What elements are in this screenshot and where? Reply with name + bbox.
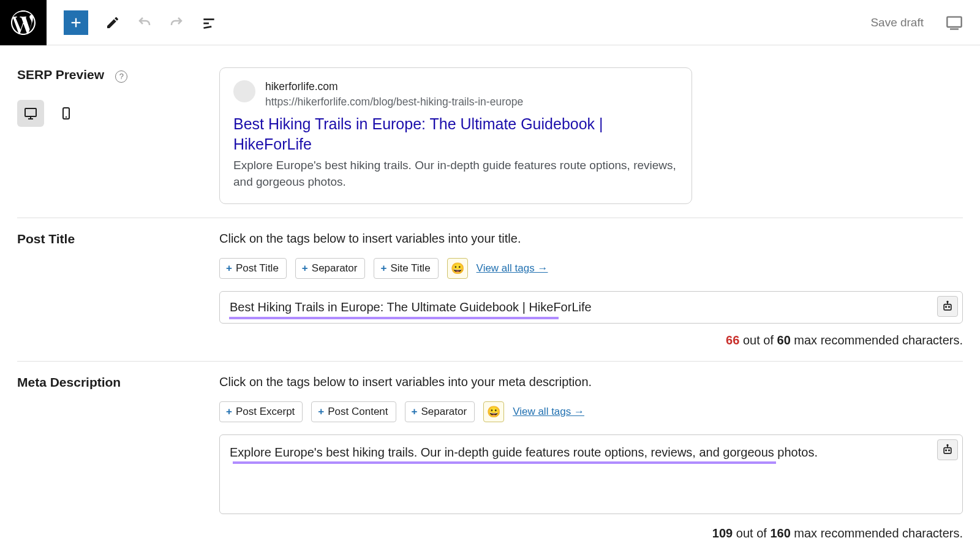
serp-header: hikerforlife.com https://hikerforlife.co… <box>233 79 678 109</box>
post-title-content-col: Click on the tags below to insert variab… <box>219 232 963 347</box>
counter-mid: out of <box>739 333 777 347</box>
ai-assist-button[interactable] <box>937 439 958 460</box>
wordpress-logo[interactable] <box>0 0 47 45</box>
svg-point-18 <box>946 450 947 451</box>
monitor-icon <box>23 106 38 121</box>
help-icon[interactable]: ? <box>115 70 127 83</box>
ai-assist-button[interactable] <box>937 296 958 317</box>
serp-content-col: hikerforlife.com https://hikerforlife.co… <box>219 67 963 204</box>
svg-point-14 <box>949 306 950 308</box>
redo-button[interactable] <box>169 15 184 30</box>
meta-desc-field-wrap <box>219 434 963 517</box>
robot-icon <box>941 444 954 456</box>
plus-icon: + <box>226 406 232 418</box>
tag-label: Separator <box>312 262 358 275</box>
emoji-button[interactable]: 😀 <box>483 401 504 422</box>
counter-mid: out of <box>733 526 770 540</box>
serp-title: Best Hiking Trails in Europe: The Ultima… <box>233 114 678 154</box>
serp-favicon <box>233 80 255 102</box>
preview-button[interactable] <box>946 15 963 30</box>
meta-desc-tags: +Post Excerpt +Post Content +Separator 😀… <box>219 401 963 422</box>
main-content: SERP Preview ? hikerforlife.com https://… <box>0 45 980 546</box>
serp-label-col: SERP Preview ? <box>17 67 219 204</box>
mobile-preview-button[interactable] <box>53 100 80 127</box>
mobile-icon <box>59 106 74 121</box>
svg-rect-5 <box>947 17 961 26</box>
tag-post-excerpt[interactable]: +Post Excerpt <box>219 401 303 422</box>
meta-desc-instruction: Click on the tags below to insert variab… <box>219 375 963 389</box>
undo-icon <box>137 15 152 30</box>
device-toggle <box>17 100 219 127</box>
serp-preview-card: hikerforlife.com https://hikerforlife.co… <box>219 67 692 204</box>
tag-separator[interactable]: +Separator <box>295 258 366 279</box>
edit-tool-button[interactable] <box>105 15 120 30</box>
desktop-icon <box>946 15 963 30</box>
tag-label: Post Title <box>236 262 279 275</box>
svg-point-16 <box>947 301 948 303</box>
redo-icon <box>169 15 184 30</box>
tag-label: Site Title <box>390 262 430 275</box>
post-title-section-label: Post Title <box>17 232 75 246</box>
highlight-underline <box>229 317 559 319</box>
tag-site-title[interactable]: +Site Title <box>374 258 438 279</box>
wordpress-logo-icon <box>11 10 36 35</box>
desktop-preview-button[interactable] <box>17 100 44 127</box>
tag-separator-desc[interactable]: +Separator <box>405 401 475 422</box>
meta-desc-label-col: Meta Description <box>17 375 219 540</box>
counter-suffix: max recommended characters. <box>791 526 963 540</box>
tag-post-title[interactable]: +Post Title <box>219 258 287 279</box>
svg-line-4 <box>203 26 211 28</box>
view-all-tags-link[interactable]: View all tags → <box>513 406 584 418</box>
tag-label: Post Excerpt <box>236 406 295 418</box>
tag-post-content[interactable]: +Post Content <box>311 401 396 422</box>
serp-domain: hikerforlife.com <box>265 79 523 94</box>
plus-icon: + <box>412 406 418 418</box>
meta-desc-content-col: Click on the tags below to insert variab… <box>219 375 963 540</box>
svg-rect-7 <box>25 108 36 116</box>
emoji-button[interactable]: 😀 <box>447 258 468 279</box>
toolbar-left <box>47 10 234 35</box>
meta-desc-counter: 109 out of 160 max recommended character… <box>219 526 963 540</box>
tag-label: Post Content <box>328 406 388 418</box>
post-title-instruction: Click on the tags below to insert variab… <box>219 232 963 246</box>
add-block-button[interactable] <box>64 10 88 35</box>
tag-label: Separator <box>421 406 467 418</box>
post-title-tags: +Post Title +Separator +Site Title 😀 Vie… <box>219 258 963 279</box>
post-title-section: Post Title Click on the tags below to in… <box>17 218 963 362</box>
count-max: 160 <box>770 526 790 540</box>
svg-point-13 <box>946 306 947 308</box>
plus-icon: + <box>318 406 324 418</box>
robot-icon <box>941 300 954 313</box>
meta-description-section: Meta Description Click on the tags below… <box>17 362 963 546</box>
post-title-label-col: Post Title <box>17 232 219 347</box>
meta-desc-section-label: Meta Description <box>17 375 121 389</box>
serp-description: Explore Europe's best hiking trails. Our… <box>233 157 678 190</box>
svg-point-19 <box>949 450 950 451</box>
count-current: 109 <box>712 526 733 540</box>
count-max: 60 <box>777 333 791 347</box>
pencil-icon <box>105 15 120 30</box>
outline-button[interactable] <box>201 15 217 31</box>
undo-button[interactable] <box>137 15 152 30</box>
count-current: 66 <box>726 333 739 347</box>
plus-icon: + <box>380 262 386 275</box>
counter-suffix: max recommended characters. <box>791 333 963 347</box>
plus-icon: + <box>226 262 232 275</box>
save-draft-button[interactable]: Save draft <box>870 16 924 29</box>
serp-url: https://hikerforlife.com/blog/best-hikin… <box>265 94 523 110</box>
view-all-tags-link[interactable]: View all tags → <box>477 262 548 275</box>
list-icon <box>201 15 217 31</box>
toolbar-right: Save draft <box>870 15 980 30</box>
post-title-counter: 66 out of 60 max recommended characters. <box>219 333 963 347</box>
svg-point-21 <box>947 445 948 446</box>
top-toolbar: Save draft <box>0 0 980 45</box>
plus-icon <box>69 16 83 29</box>
serp-preview-section: SERP Preview ? hikerforlife.com https://… <box>17 63 963 218</box>
plus-icon: + <box>302 262 308 275</box>
highlight-underline <box>233 461 776 464</box>
meta-description-input[interactable] <box>219 434 963 514</box>
post-title-field-wrap <box>219 291 963 324</box>
serp-section-label: SERP Preview <box>17 67 104 82</box>
